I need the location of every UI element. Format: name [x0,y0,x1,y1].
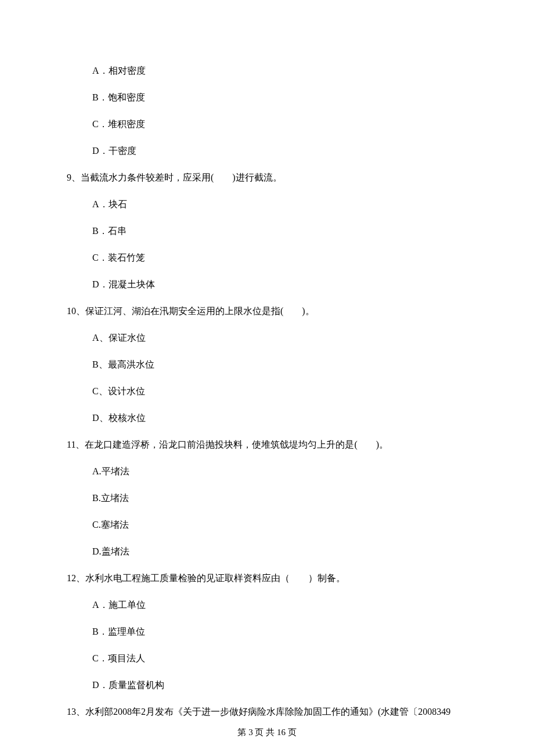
q8-option-d: D．干密度 [92,144,470,158]
question-8-options: A．相对密度 B．饱和密度 C．堆积密度 D．干密度 [67,64,470,158]
q12-option-c: C．项目法人 [92,651,470,665]
question-9-stem: 9、当截流水力条件较差时，应采用( )进行截流。 [67,171,470,185]
question-13-stem: 13、水利部2008年2月发布《关于进一步做好病险水库除险加固工作的通知》(水建… [67,705,470,719]
question-12-stem: 12、水利水电工程施工质量检验的见证取样资料应由（ ）制备。 [67,571,470,585]
q10-option-c: C、设计水位 [92,384,470,398]
q9-option-c: C．装石竹笼 [92,251,470,265]
q10-option-b: B、最高洪水位 [92,358,470,372]
q12-option-b: B．监理单位 [92,625,470,639]
q8-option-c: C．堆积密度 [92,117,470,131]
question-11-stem: 11、在龙口建造浮桥，沿龙口前沿抛投块料，使堆筑戗堤均匀上升的是( )。 [67,438,470,452]
page-footer: 第 3 页 共 16 页 [0,726,534,739]
q10-option-d: D、校核水位 [92,411,470,425]
question-9-options: A．块石 B．石串 C．装石竹笼 D．混凝土块体 [67,197,470,291]
q9-option-b: B．石串 [92,224,470,238]
q11-option-a: A.平堵法 [92,465,470,478]
q10-option-a: A、保证水位 [92,331,470,345]
question-11-options: A.平堵法 B.立堵法 C.塞堵法 D.盖堵法 [67,465,470,559]
question-12-options: A．施工单位 B．监理单位 C．项目法人 D．质量监督机构 [67,598,470,692]
q8-option-a: A．相对密度 [92,64,470,78]
question-10-stem: 10、保证江河、湖泊在汛期安全运用的上限水位是指( )。 [67,304,470,318]
q9-option-a: A．块石 [92,197,470,211]
q11-option-c: C.塞堵法 [92,518,470,532]
page-content: A．相对密度 B．饱和密度 C．堆积密度 D．干密度 9、当截流水力条件较差时，… [0,0,534,719]
q11-option-b: B.立堵法 [92,491,470,505]
q9-option-d: D．混凝土块体 [92,278,470,291]
q12-option-a: A．施工单位 [92,598,470,612]
q12-option-d: D．质量监督机构 [92,678,470,692]
q11-option-d: D.盖堵法 [92,545,470,559]
q8-option-b: B．饱和密度 [92,91,470,105]
question-10-options: A、保证水位 B、最高洪水位 C、设计水位 D、校核水位 [67,331,470,425]
